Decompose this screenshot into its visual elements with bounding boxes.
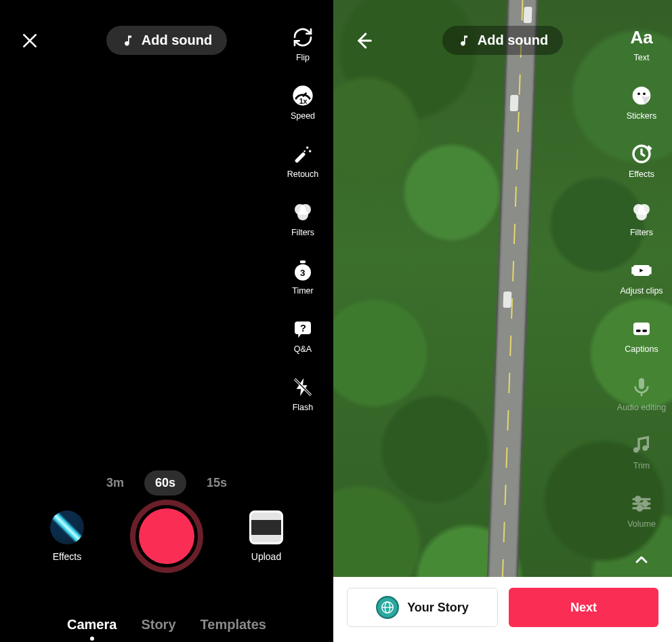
effects-label: Effects (629, 169, 654, 179)
text-button[interactable]: Aa Text (621, 26, 663, 62)
next-label: Next (570, 601, 597, 615)
add-sound-label: Add sound (478, 33, 548, 48)
music-note-icon (121, 34, 135, 47)
retouch-button[interactable]: Retouch (282, 142, 324, 179)
speed-icon: 1x (291, 84, 314, 107)
mode-tabs: Camera Story Templates (0, 617, 333, 633)
qa-label: Q&A (294, 344, 312, 354)
your-story-button[interactable]: Your Story (347, 588, 498, 627)
effects-button[interactable]: Effects (621, 142, 663, 179)
filters-label: Filters (630, 228, 653, 237)
duration-selector: 3m 60s 15s (0, 470, 333, 496)
music-note-icon (457, 34, 471, 47)
svg-point-6 (306, 146, 308, 148)
stickers-icon (630, 84, 653, 107)
trim-button[interactable]: Trim (621, 434, 663, 470)
edit-side-rail: Aa Text Stickers Effects Filters Adjus (621, 26, 663, 567)
svg-rect-34 (639, 378, 644, 389)
svg-rect-33 (642, 329, 647, 332)
svg-text:?: ? (300, 323, 306, 334)
qa-button[interactable]: ? Q&A (282, 317, 324, 354)
back-arrow-icon (353, 31, 373, 51)
svg-rect-32 (636, 329, 641, 332)
collapse-rail-button[interactable] (630, 553, 653, 567)
volume-label: Volume (627, 519, 656, 529)
flip-label: Flip (296, 53, 310, 62)
retouch-icon (291, 142, 314, 165)
record-screen: Add sound Flip 1x Speed Retouch Filter (0, 0, 333, 642)
retouch-label: Retouch (287, 169, 319, 179)
svg-text:1x: 1x (299, 97, 308, 105)
duration-3m[interactable]: 3m (96, 470, 135, 496)
add-sound-label: Add sound (142, 33, 212, 48)
tab-camera[interactable]: Camera (67, 617, 117, 633)
post-bar: Your Story Next (333, 577, 672, 642)
flip-icon (291, 26, 314, 49)
car-decoration (510, 95, 519, 111)
duration-60s[interactable]: 60s (144, 470, 186, 496)
svg-point-41 (637, 506, 642, 510)
filters-button[interactable]: Filters (282, 201, 324, 237)
adjust-clips-icon (630, 259, 653, 282)
add-sound-button[interactable]: Add sound (442, 26, 563, 55)
timer-label: Timer (292, 286, 313, 296)
svg-point-39 (643, 502, 648, 506)
captions-label: Captions (625, 344, 658, 354)
captions-icon (630, 317, 653, 340)
filters-label: Filters (291, 228, 314, 237)
svg-rect-5 (295, 152, 306, 163)
svg-rect-30 (649, 267, 652, 275)
audio-editing-button[interactable]: Audio editing (621, 376, 663, 412)
back-button[interactable] (352, 30, 374, 52)
microphone-icon (630, 376, 653, 399)
flash-button[interactable]: Flash (282, 376, 324, 412)
svg-point-37 (635, 497, 640, 502)
close-button[interactable] (19, 30, 41, 52)
stickers-button[interactable]: Stickers (621, 84, 663, 121)
timer-button[interactable]: 3 Timer (282, 259, 324, 296)
upload-label: Upload (251, 551, 281, 562)
timer-icon: 3 (291, 259, 314, 282)
captions-button[interactable]: Captions (621, 317, 663, 354)
upload-button[interactable]: Upload (249, 510, 283, 562)
text-label: Text (634, 53, 650, 62)
svg-point-11 (297, 209, 308, 220)
next-button[interactable]: Next (509, 588, 658, 627)
car-decoration (503, 292, 511, 308)
flip-button[interactable]: Flip (282, 26, 324, 62)
svg-rect-12 (300, 260, 306, 263)
your-story-label: Your Story (407, 601, 469, 615)
tab-story[interactable]: Story (141, 617, 175, 633)
flash-off-icon (291, 376, 314, 399)
adjust-clips-label: Adjust clips (620, 286, 663, 296)
filters-button[interactable]: Filters (621, 201, 663, 237)
effects-clock-icon (630, 142, 653, 165)
chevron-up-icon (633, 552, 650, 568)
effects-thumbnail (50, 510, 84, 544)
svg-point-21 (637, 92, 640, 95)
duration-15s[interactable]: 15s (196, 470, 238, 496)
record-button[interactable] (130, 500, 203, 573)
effects-label: Effects (53, 551, 82, 562)
close-icon (21, 32, 39, 49)
car-decoration (524, 7, 532, 23)
filters-icon (630, 201, 653, 224)
speed-label: Speed (291, 111, 315, 121)
speed-button[interactable]: 1x Speed (282, 84, 324, 121)
upload-thumbnail (249, 510, 283, 544)
text-icon: Aa (630, 26, 653, 49)
svg-point-8 (303, 151, 306, 153)
trim-music-icon (630, 434, 653, 457)
svg-point-7 (309, 150, 311, 152)
svg-rect-29 (631, 267, 634, 275)
record-side-rail: Flip 1x Speed Retouch Filters 3 Timer (282, 26, 324, 412)
effects-button[interactable]: Effects (50, 510, 84, 562)
stickers-label: Stickers (627, 111, 656, 121)
adjust-clips-button[interactable]: Adjust clips (621, 259, 663, 296)
tab-templates[interactable]: Templates (201, 617, 266, 633)
flash-label: Flash (293, 403, 314, 412)
story-globe-icon (376, 596, 399, 619)
add-sound-button[interactable]: Add sound (106, 26, 227, 55)
filters-icon (291, 201, 314, 224)
volume-button[interactable]: Volume (621, 492, 663, 529)
